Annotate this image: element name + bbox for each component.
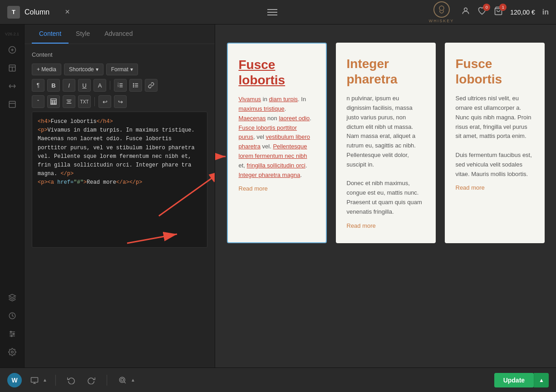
gear-icon[interactable] (4, 344, 20, 360)
settings-sliders-icon[interactable] (4, 326, 20, 342)
card-1-link-integer[interactable]: Integer pharetra magna (239, 172, 300, 178)
svg-marker-13 (9, 294, 15, 298)
wishlist-icon[interactable]: 0 (477, 6, 487, 18)
bottom-separator-2 (107, 375, 107, 386)
svg-point-0 (439, 6, 444, 10)
toolbar-row-3: “ TXT ↩ ↪ (32, 95, 207, 108)
card-1-link-diam[interactable]: diam turpis (269, 96, 298, 103)
panel-content-area: Content + Media Shortcode ▾ Format ▾ ¶ B… (25, 44, 215, 368)
code-editor-container: <h4>Fusce lobortis</h4> <p>Vivamus in di… (32, 112, 207, 248)
toolbar-row-2: ¶ B I U A 123 (32, 79, 207, 92)
history-icon[interactable] (4, 308, 20, 324)
desktop-icon[interactable] (27, 373, 42, 387)
undo-button[interactable]: ↩ (98, 95, 111, 108)
logo-circle (433, 1, 450, 18)
wordpress-icon[interactable]: W (7, 373, 22, 387)
tab-content[interactable]: Content (32, 24, 69, 44)
template-button[interactable] (4, 96, 20, 113)
svg-point-20 (11, 335, 12, 337)
text-format-button[interactable]: TXT (78, 95, 91, 108)
unordered-list-button[interactable] (129, 79, 142, 92)
underline-button[interactable]: U (78, 79, 91, 92)
redo-history-button[interactable] (84, 373, 98, 387)
arrow-to-card-1 (215, 143, 228, 170)
italic-button[interactable]: I (63, 79, 75, 92)
panel-title: Column (25, 8, 49, 16)
tab-advanced[interactable]: Advanced (97, 24, 140, 44)
card-1-link-laoreet[interactable]: laoreet odio (279, 115, 310, 122)
logo-svg-icon (437, 5, 446, 14)
link-button[interactable] (145, 79, 157, 92)
svg-point-18 (10, 331, 11, 333)
add-section-button[interactable] (4, 60, 20, 76)
version-text: V26.2.1 (5, 32, 19, 36)
table-button[interactable] (47, 95, 60, 108)
bottom-separator-1 (55, 375, 56, 386)
redo-button[interactable]: ↪ (114, 95, 127, 108)
svg-point-21 (11, 351, 13, 353)
shortcode-dropdown-icon: ▾ (96, 66, 98, 73)
svg-point-2 (464, 8, 467, 11)
toolbar-separator-2 (94, 97, 95, 106)
card-3-read-more[interactable]: Read more (456, 184, 485, 191)
hamburger-menu-icon[interactable] (267, 9, 277, 15)
svg-point-32 (133, 85, 134, 86)
preview-icon[interactable] (115, 373, 130, 387)
format-dropdown-icon: ▾ (130, 66, 133, 73)
cart-price: 120,00 € (510, 9, 535, 16)
card-1-link-maximus[interactable]: maximus tristique (239, 105, 285, 112)
top-bar-center (116, 9, 429, 15)
card-2: Integerpharetra n pulvinar, ipsum eu dig… (336, 43, 436, 243)
update-button-group: Update ▲ (494, 373, 549, 387)
undo-history-button[interactable] (64, 373, 79, 387)
text-color-button[interactable]: A (93, 79, 106, 92)
card-1-read-more[interactable]: Read more (239, 185, 268, 192)
quote-button[interactable]: “ (32, 95, 44, 108)
svg-point-31 (133, 83, 134, 84)
shortcode-button[interactable]: Shortcode ▾ (64, 64, 103, 75)
svg-point-33 (133, 86, 134, 88)
toolbar-separator-1 (110, 81, 110, 90)
tab-style[interactable]: Style (69, 24, 97, 44)
svg-rect-11 (9, 101, 15, 108)
content-inner: Fuscelobortis Vivamus in diam turpis. In… (215, 24, 556, 261)
paragraph-button[interactable]: ¶ (32, 79, 44, 92)
card-2-title: Integerpharetra (347, 56, 425, 87)
card-2-read-more[interactable]: Read more (347, 222, 376, 229)
user-icon[interactable] (461, 6, 470, 18)
card-1-link-maecenas[interactable]: Maecenas (239, 115, 266, 122)
add-element-button[interactable] (4, 42, 20, 58)
preview-button-group[interactable]: ▲ (115, 373, 135, 387)
bottom-bar: W ▲ ▲ Update ▲ (0, 368, 556, 392)
panel-icon: T (7, 6, 20, 19)
panel-tabs: Content Style Advanced (25, 24, 215, 44)
card-3-body: Sed ultrices nisl velit, eu ornare est u… (456, 94, 534, 179)
device-switcher[interactable]: ▲ (27, 373, 47, 387)
panel-title-area: T Column × (7, 5, 116, 19)
ordered-list-button[interactable]: 123 (114, 79, 127, 92)
toolbar-row-1: + Media Shortcode ▾ Format ▾ (32, 64, 207, 75)
linkedin-icon[interactable]: in (542, 8, 549, 16)
wishlist-badge: 0 (483, 4, 490, 11)
card-1: Fuscelobortis Vivamus in diam turpis. In… (227, 43, 327, 243)
device-dropdown-arrow: ▲ (43, 377, 47, 382)
media-button[interactable]: + Media (32, 64, 61, 75)
align-button[interactable] (63, 95, 75, 108)
close-button[interactable]: × (61, 5, 74, 19)
card-1-title: Fuscelobortis (239, 57, 315, 88)
bold-button[interactable]: B (47, 79, 60, 92)
update-dropdown-button[interactable]: ▲ (534, 373, 549, 387)
format-button[interactable]: Format ▾ (106, 64, 138, 75)
main-content: Fuscelobortis Vivamus in diam turpis. In… (215, 24, 556, 368)
code-editor[interactable]: <h4>Fusce lobortis</h4> <p>Vivamus in di… (32, 112, 207, 248)
top-bar-right: WHISKEY 0 1 120,00 € in (429, 1, 549, 23)
card-1-link-fringilla[interactable]: fringilla sollicitudin orci (247, 162, 305, 169)
update-button[interactable]: Update (494, 373, 534, 387)
navigator-button[interactable] (4, 78, 20, 94)
card-3-title: Fuscelobortis (456, 56, 534, 87)
left-sidebar: V26.2.1 (0, 24, 25, 368)
cart-icon[interactable]: 1 (494, 6, 503, 18)
layers-icon[interactable] (4, 289, 20, 306)
card-1-link-vivamus[interactable]: Vivamus (239, 96, 261, 103)
cart-badge: 1 (499, 4, 507, 11)
